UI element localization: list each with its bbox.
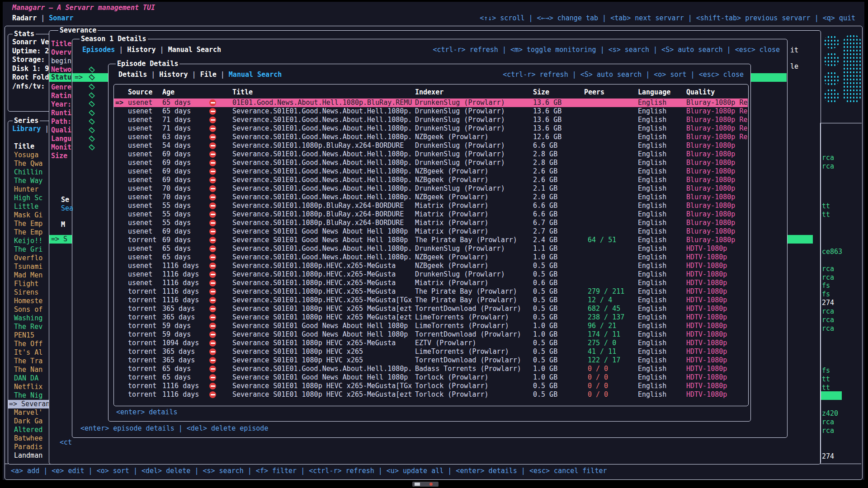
servarr-tab-radarr[interactable]: Radarr bbox=[12, 14, 37, 22]
servarr-tab-sonarr[interactable]: Sonarr bbox=[49, 14, 73, 22]
tab-separator: | bbox=[37, 14, 49, 22]
episode-keybinds-help: <ctrl-r> refresh | <S> auto search | <o>… bbox=[503, 70, 744, 79]
terminal-screen: Managarr — A Servarr management TUI Rada… bbox=[0, 0, 868, 488]
selected-season-row-right bbox=[787, 235, 813, 244]
episode-tab-details[interactable]: Details bbox=[118, 70, 147, 79]
tab-separator: | bbox=[147, 70, 159, 79]
selected-episode-row-left[interactable]: => bbox=[72, 73, 108, 82]
episode-tab-history[interactable]: History bbox=[159, 70, 188, 79]
series-column-header: Title bbox=[14, 142, 34, 151]
episode-tab-bar: Details | History | File | Manual Search bbox=[118, 70, 282, 79]
season-footer-help: <enter> episode details | <del> delete e… bbox=[80, 424, 268, 433]
footer-keybinds-help: <a> add | <e> edit | <o> sort | <del> de… bbox=[11, 467, 607, 475]
library-tab-bar: Library | bbox=[12, 125, 49, 133]
paw-pad-icon bbox=[843, 34, 862, 104]
clipped-selected-row-fragment bbox=[821, 391, 842, 400]
season-keybinds-help: <ctrl-r> refresh | <m> toggle monitoring… bbox=[433, 46, 780, 54]
season-tab-manual-search[interactable]: Manual Search bbox=[168, 46, 221, 54]
episode-details-title: Episode Details bbox=[116, 60, 179, 68]
global-keybinds-help: <↑↓> scroll | <←→> change tab | <tab> ne… bbox=[480, 14, 855, 23]
episode-footer-help: <enter> details bbox=[116, 408, 177, 417]
selected-episode-row-right bbox=[750, 73, 787, 82]
paw-toe-icon bbox=[824, 89, 839, 103]
tab-separator: | bbox=[217, 70, 229, 79]
season-tab-episodes[interactable]: Episodes bbox=[82, 46, 115, 54]
clipped-table-border-vertical bbox=[820, 123, 821, 464]
tab-library[interactable]: Library bbox=[12, 125, 41, 133]
taskbar-artifact bbox=[412, 482, 439, 487]
episode-tab-manual-search[interactable]: Manual Search bbox=[229, 70, 282, 79]
episode-tab-file[interactable]: File bbox=[200, 70, 217, 79]
paw-toe-icon bbox=[824, 71, 839, 87]
tab-separator: | bbox=[45, 125, 49, 133]
series-details-title: Severance bbox=[58, 26, 98, 34]
app-title: Managarr — A Servarr management TUI bbox=[12, 4, 155, 12]
tab-separator: | bbox=[188, 70, 200, 79]
season-tab-bar: Episodes | History | Manual Search bbox=[82, 46, 221, 54]
selected-season-marker: => S bbox=[49, 235, 67, 243]
selected-season-row-left[interactable]: => S bbox=[49, 235, 72, 244]
season-tab-history[interactable]: History bbox=[127, 46, 156, 54]
paw-toe-icon bbox=[824, 35, 839, 49]
tab-separator: | bbox=[115, 46, 127, 54]
servarr-tab-bar: Radarr | Sonarr bbox=[12, 14, 73, 23]
selected-episode-marker: => bbox=[72, 73, 87, 81]
paw-toe-icon bbox=[824, 52, 839, 68]
results-table-frame bbox=[113, 84, 749, 406]
monitored-flag-icon bbox=[89, 74, 95, 80]
clipped-table-border-horizontal bbox=[820, 123, 862, 123]
stats-panel-title: Stats bbox=[13, 30, 36, 38]
artifact-red-dot bbox=[429, 483, 433, 486]
tab-separator: | bbox=[156, 46, 168, 54]
series-panel-title: Series bbox=[13, 117, 40, 125]
season-details-title: Season 1 Details bbox=[80, 35, 148, 43]
artifact-light-segment bbox=[415, 483, 420, 486]
